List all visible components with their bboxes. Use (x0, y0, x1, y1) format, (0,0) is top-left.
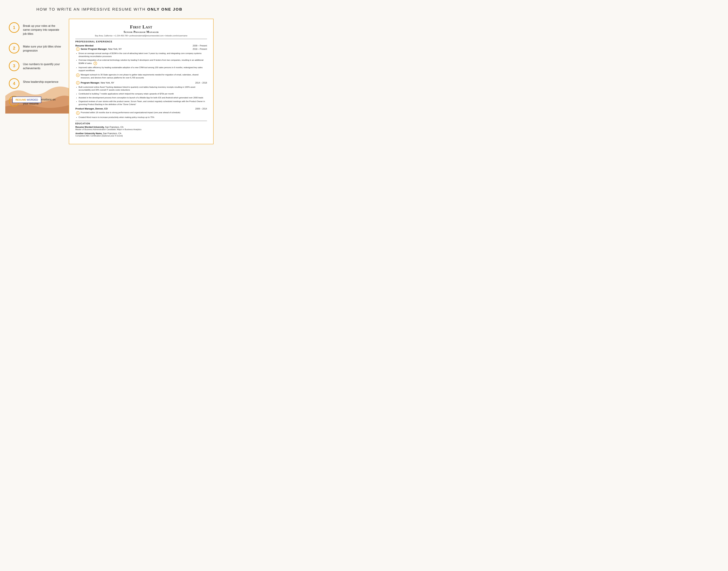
job-dates-2: 2014 – 2018 (195, 82, 207, 84)
main-layout: 1 Break up your roles at the same compan… (0, 17, 219, 149)
company-name-1: Resume Worded (76, 44, 93, 47)
resume-job-title: Senior Program Manager (76, 30, 207, 33)
tip-item-1: 1 Break up your roles at the same compan… (9, 22, 62, 36)
page-title: HOW TO WRITE AN IMPRESSIVE RESUME WITH O… (11, 7, 208, 12)
bullets-senior-pm: Drove an average annual savings of $15M … (79, 52, 207, 72)
bullet-with-badge-5: 5 Promoted within 18 months due to stron… (76, 111, 207, 115)
role-badge-1: 1 (76, 47, 80, 51)
job-title-label-1: Senior Program Manager, New York, NY (81, 48, 122, 50)
job-title-row-1: 1 Senior Program Manager, New York, NY 2… (76, 47, 207, 51)
experience-heading: PROFESSIONAL EXPERIENCE (76, 40, 207, 43)
bullet-item: Assisted in the development process from… (79, 96, 207, 99)
tip-item-2: 2 Make sure your job titles show progres… (9, 43, 62, 53)
edu-school-1: Resume Worded University, San Francisco,… (76, 126, 207, 128)
bullet-item: Oversaw integration of an external techn… (79, 59, 207, 65)
bullet-badge-5: 5 (76, 111, 80, 115)
header: HOW TO WRITE AN IMPRESSIVE RESUME WITH O… (0, 0, 219, 17)
tip-item-3: 3 Use numbers to quantify your achieveme… (9, 61, 62, 71)
bullet-item: Created Word macro to increase productiv… (79, 116, 207, 119)
tip-number-3: 3 (9, 61, 19, 71)
role-badge-2: 2 (76, 81, 80, 85)
page-container: HOW TO WRITE AN IMPRESSIVE RESUME WITH O… (0, 0, 219, 149)
brand-rest: WORDED (26, 98, 38, 101)
tip-text-4: Show leadership experience (23, 78, 58, 84)
job-title-label-2: Program Manager, New York, NY (81, 82, 114, 84)
tip-text-1: Break up your roles at the same company … (23, 22, 62, 36)
brand-box: RESUME WORDED (12, 97, 41, 103)
tips-content: 1 Break up your roles at the same compan… (5, 19, 65, 106)
edu-school-2: Another University Name, San Francisco, … (76, 132, 207, 135)
bullet-badge-3: 3 (94, 62, 97, 65)
left-panel-wrapper: 1 Break up your roles at the same compan… (5, 19, 65, 114)
company-row-1: Resume Worded 2009 – Present (76, 44, 207, 47)
bullet-item: Drove an average annual savings of $15M … (79, 52, 207, 58)
resume-panel: First Last Senior Program Manager Bay Ar… (69, 19, 213, 144)
tip-text-3: Use numbers to quantify your achievement… (23, 61, 62, 70)
education-divider (76, 121, 207, 121)
tip-number-1: 1 (9, 22, 19, 33)
bullet-item: Organized reviews of user stories with t… (79, 100, 207, 106)
bullet-badge-4: 4 (76, 74, 80, 77)
bullets-product-mgr: Created Word macro to increase productiv… (79, 116, 207, 119)
edu-item-2: Another University Name, San Francisco, … (76, 132, 207, 137)
bullet-content-4: Managed outreach to 30 State agencies in… (81, 73, 207, 79)
experience-divider (76, 39, 207, 39)
job-dates-1: 2018 – Present (193, 48, 207, 50)
job-title-row-2: 2 Program Manager, New York, NY 2014 – 2… (76, 81, 207, 85)
edu-degree-1: Master of Business Administration Candid… (76, 128, 207, 130)
company-row-2: Product Manager, Denver, CO 2009 – 2014 (76, 107, 207, 110)
resume-contact: Bay Area, California • +1-234-456-789 • … (76, 35, 207, 37)
brand-bold: RESUME (15, 98, 26, 101)
company-dates-2: 2009 – 2014 (195, 108, 207, 110)
bullet-with-badge-4: 4 Managed outreach to 30 State agencies … (76, 73, 207, 79)
company-name-2: Product Manager, Denver, CO (76, 107, 108, 110)
bullets-pm: Built customized online Asset Tracking d… (79, 86, 207, 106)
company-dates-1: 2009 – Present (193, 44, 207, 47)
tip-number-4: 4 (9, 78, 19, 89)
bullet-content-5: Promoted within 18 months due to strong … (81, 111, 180, 114)
job-title-text-2: 2 Program Manager, New York, NY (76, 81, 114, 85)
tip-number-2: 2 (9, 43, 19, 53)
job-title-text-1: 1 Senior Program Manager, New York, NY (76, 47, 122, 51)
edu-degree-2: Completed ABC Certification [Optional ye… (76, 135, 207, 137)
bullet-item: Improved sales efficiency by leading sus… (79, 66, 207, 72)
tip-item-4: 4 Show leadership experience (9, 78, 62, 89)
edu-item-1: Resume Worded University, San Francisco,… (76, 126, 207, 130)
bullet-item: Contributed to building 7 mobile applica… (79, 92, 207, 95)
bullet-item: Built customized online Asset Tracking d… (79, 86, 207, 92)
education-heading: EDUCATION (76, 122, 207, 125)
resume-name: First Last (76, 24, 207, 30)
tip-text-2: Make sure your job titles show progressi… (23, 43, 62, 52)
